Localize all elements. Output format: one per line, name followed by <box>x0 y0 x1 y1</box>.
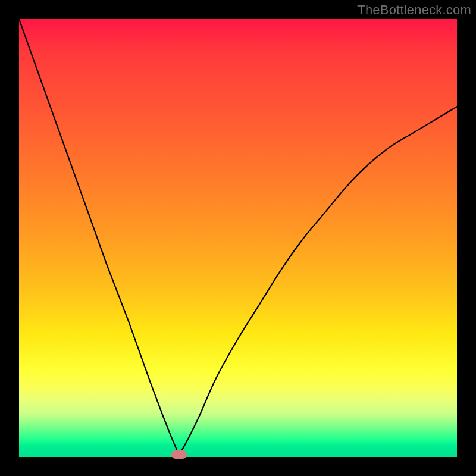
curve-svg <box>19 19 457 457</box>
optimum-marker <box>171 450 187 459</box>
chart-frame: TheBottleneck.com <box>0 0 476 476</box>
attribution-label: TheBottleneck.com <box>357 2 471 18</box>
bottleneck-curve <box>19 19 457 455</box>
plot-area <box>19 19 457 457</box>
